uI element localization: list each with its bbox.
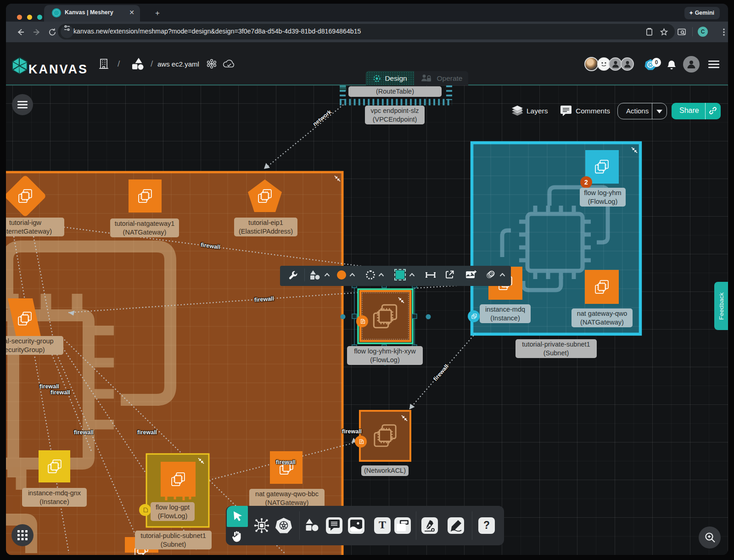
svg-text:2: 2 [584,179,588,186]
